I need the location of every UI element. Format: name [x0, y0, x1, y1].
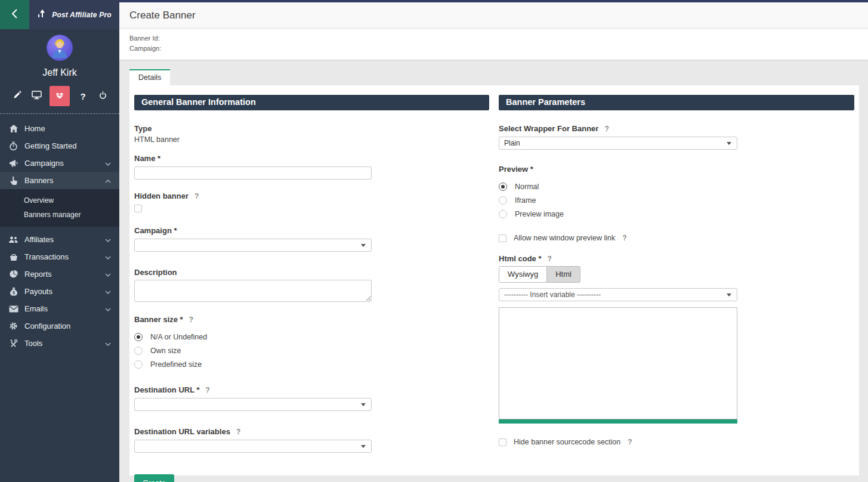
destination-url-select[interactable]: [134, 398, 372, 411]
name-input[interactable]: [134, 166, 372, 180]
radio-unchecked: [134, 347, 143, 355]
envelope-icon: [8, 305, 18, 313]
sidebar-item-campaigns[interactable]: Campaigns: [0, 155, 119, 172]
banners-submenu: Overview Banners manager: [0, 189, 119, 227]
sidebar-item-emails[interactable]: Emails: [0, 300, 119, 317]
brand-logo[interactable]: Post Affiliate Pro: [29, 0, 119, 29]
preview-option-normal[interactable]: Normal: [499, 180, 854, 193]
svg-text:$: $: [13, 291, 15, 295]
chevron-up-icon: [105, 176, 111, 185]
stopwatch-icon: [8, 141, 18, 151]
form-card: General Banner Information Type HTML ban…: [129, 85, 859, 475]
allow-new-window-label: Allow new window preview link: [514, 234, 615, 242]
sidebar-item-payouts[interactable]: $ Payouts: [0, 283, 119, 300]
chevron-down-icon: [105, 270, 111, 279]
chevron-down-icon: [105, 339, 111, 348]
wrapper-label: Select Wrapper For Banner?: [499, 124, 854, 133]
page-header: Create Banner: [119, 2, 868, 29]
hidden-banner-help-icon[interactable]: ?: [194, 192, 199, 200]
editor-status-bar: [499, 419, 737, 424]
banner-size-option-own[interactable]: Own size: [134, 344, 489, 357]
tab-bar: Details: [129, 69, 868, 85]
collapse-sidebar-button[interactable]: [0, 0, 29, 29]
logo-bar: Post Affiliate Pro: [0, 0, 119, 29]
wrapper-help-icon[interactable]: ?: [604, 125, 608, 133]
destination-url-label: Destination URL *?: [134, 385, 489, 394]
sidebar-item-getting-started[interactable]: Getting Started: [0, 137, 119, 155]
banner-size-option-predefined[interactable]: Predefined size: [134, 357, 489, 371]
general-banner-panel: General Banner Information Type HTML ban…: [134, 95, 489, 475]
hand-pointer-icon: [8, 176, 18, 186]
html-mode-button[interactable]: Html: [546, 266, 580, 283]
help-icon[interactable]: ?: [76, 91, 89, 101]
radio-unchecked: [134, 360, 143, 369]
submenu-item-banners-manager[interactable]: Banners manager: [0, 208, 119, 222]
power-icon[interactable]: [96, 91, 109, 102]
sidebar-item-home[interactable]: Home: [0, 120, 119, 137]
page-title: Create Banner: [129, 10, 196, 21]
user-name: Jeff Kirk: [0, 67, 119, 78]
sidebar-item-affiliates[interactable]: Affiliates: [0, 231, 119, 248]
allow-new-window-help-icon[interactable]: ?: [622, 234, 626, 242]
hide-sourcecode-help-icon[interactable]: ?: [628, 438, 632, 446]
hide-sourcecode-label: Hide banner sourcecode section: [514, 438, 620, 446]
wysiwyg-mode-button[interactable]: Wysiwyg: [499, 266, 547, 283]
sidebar-item-reports[interactable]: Reports: [0, 265, 119, 283]
destination-url-variables-select[interactable]: [134, 440, 372, 453]
html-code-label: Html code *?: [499, 254, 854, 263]
tab-details[interactable]: Details: [129, 69, 170, 86]
megaphone-icon: [8, 159, 18, 168]
wrapper-select[interactable]: Plain: [499, 137, 737, 150]
name-label: Name *: [134, 154, 489, 163]
radio-unchecked: [499, 210, 507, 218]
sidebar-item-banners[interactable]: Banners: [0, 172, 119, 189]
type-value: HTML banner: [134, 135, 489, 144]
divider: [0, 113, 119, 114]
pencil-icon[interactable]: [10, 91, 23, 102]
allow-new-window-checkbox[interactable]: [499, 234, 506, 242]
banner-size-label: Banner size *?: [134, 315, 489, 324]
basket-icon: [8, 252, 18, 261]
hidden-banner-label: Hidden banner?: [134, 191, 489, 200]
html-code-help-icon[interactable]: ?: [548, 255, 552, 263]
allow-new-window-row: Allow new window preview link ?: [499, 234, 854, 242]
create-button[interactable]: Create: [134, 474, 174, 482]
sidebar-item-transactions[interactable]: Transactions: [0, 248, 119, 265]
pie-chart-icon: [8, 270, 18, 279]
description-label: Description: [134, 268, 489, 277]
destination-url-variables-label: Destination URL variables?: [134, 427, 489, 436]
sidebar-item-tools[interactable]: Tools: [0, 335, 119, 352]
submenu-item-overview[interactable]: Overview: [0, 193, 119, 208]
preview-option-iframe[interactable]: Iframe: [499, 193, 854, 207]
campaign-label: Campaign *: [134, 226, 489, 235]
chevron-left-icon: [11, 8, 19, 21]
tools-icon: [8, 339, 18, 348]
destination-url-variables-help-icon[interactable]: ?: [236, 428, 240, 436]
monitor-icon[interactable]: [30, 91, 43, 102]
gear-icon: [8, 322, 18, 330]
description-textarea[interactable]: [134, 280, 372, 302]
users-icon: [8, 236, 18, 244]
health-status-button[interactable]: [50, 86, 70, 106]
brand-name: Post Affiliate Pro: [52, 11, 112, 19]
home-icon: [8, 124, 18, 133]
sidebar-item-configuration[interactable]: Configuration: [0, 317, 119, 335]
editor-mode-toggle: Wysiwyg Html: [499, 266, 580, 283]
chevron-down-icon: [105, 235, 111, 244]
hide-sourcecode-checkbox[interactable]: [499, 438, 506, 446]
hidden-banner-checkbox[interactable]: [134, 205, 142, 212]
banner-id-label: Banner Id:: [129, 33, 858, 44]
chevron-down-icon: [105, 287, 111, 296]
preview-option-preview-image[interactable]: Preview image: [499, 207, 854, 221]
preview-label: Preview *: [499, 165, 854, 174]
banner-size-help-icon[interactable]: ?: [189, 316, 193, 324]
campaign-select[interactable]: [134, 239, 372, 252]
banner-size-option-na[interactable]: N/A or Undefined: [134, 330, 489, 344]
avatar[interactable]: [47, 35, 73, 61]
html-code-textarea[interactable]: [499, 307, 737, 419]
insert-variable-select[interactable]: ---------- Insert variable ----------: [499, 288, 737, 301]
destination-url-help-icon[interactable]: ?: [206, 386, 210, 394]
type-label: Type: [134, 124, 489, 133]
hide-sourcecode-row: Hide banner sourcecode section ?: [499, 438, 854, 446]
money-bag-icon: $: [8, 287, 18, 296]
